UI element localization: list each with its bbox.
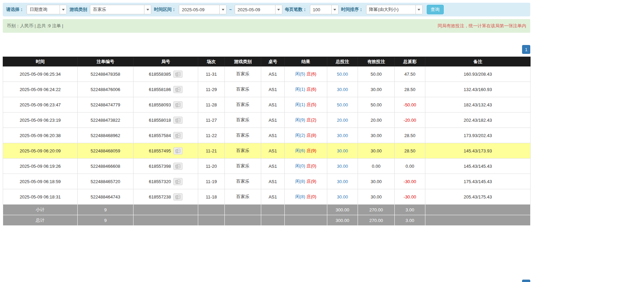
valid-bet-cell: 50.00 bbox=[358, 66, 395, 82]
remark-cell: 160.93/208.43 bbox=[425, 66, 531, 82]
payout-cell: -30.00 bbox=[395, 189, 425, 205]
round-detail-button[interactable] bbox=[173, 71, 183, 78]
remark-cell: 202.43/182.43 bbox=[425, 113, 531, 128]
result-banker: 庄(2) bbox=[307, 117, 316, 122]
game-type-select[interactable]: 百家乐 bbox=[90, 5, 151, 14]
total-bet-link[interactable]: 30.00 bbox=[337, 194, 348, 199]
table-no-cell: AS1 bbox=[261, 82, 285, 97]
total-bet-link[interactable]: 50.00 bbox=[337, 72, 348, 77]
table-no-cell: AS1 bbox=[261, 113, 285, 128]
select-label: 请选择： bbox=[6, 6, 24, 13]
date-from-select[interactable]: 2025-05-09 bbox=[179, 5, 226, 14]
round-cell: 618557238 bbox=[133, 189, 198, 205]
payout-cell: -20.00 bbox=[395, 113, 425, 128]
result-player: 闲(6) bbox=[295, 148, 305, 153]
table-row: 2025-05-09 06:19:26 522488466608 6185573… bbox=[3, 159, 531, 174]
subtotal-empty bbox=[133, 205, 198, 215]
header-remark: 备注 bbox=[425, 57, 531, 66]
table-row: 2025-05-09 06:20:09 522488468059 6185574… bbox=[3, 143, 531, 159]
remark-cell: 175.43/145.43 bbox=[425, 174, 531, 189]
query-button[interactable]: 查询 bbox=[427, 5, 444, 14]
payout-cell: 28.50 bbox=[395, 128, 425, 143]
remark-cell: 145.43/173.93 bbox=[425, 143, 531, 159]
bet-id-cell: 522488476006 bbox=[78, 82, 133, 97]
date-from-value: 2025-05-09 bbox=[179, 5, 219, 14]
round-detail-button[interactable] bbox=[173, 117, 183, 124]
subtotal-row: 小计 9 300.00 270.00 3.00 bbox=[3, 205, 531, 215]
total-empty bbox=[225, 215, 261, 226]
total-bet-link[interactable]: 50.00 bbox=[337, 102, 348, 107]
time-cell: 2025-05-09 06:20:38 bbox=[3, 128, 78, 143]
header-round-id: 局号 bbox=[133, 57, 198, 66]
round-detail-button[interactable] bbox=[173, 86, 183, 93]
table-row: 2025-05-09 06:18:31 522488464743 6185572… bbox=[3, 189, 531, 205]
payout-value: 28.50 bbox=[404, 87, 415, 92]
payout-value: 28.50 bbox=[404, 148, 415, 153]
result-banker: 庄(6) bbox=[307, 87, 316, 92]
cards-icon bbox=[175, 133, 181, 138]
round-cell: 618557584 bbox=[133, 128, 198, 143]
header-game-type: 游戏类别 bbox=[225, 57, 261, 66]
per-page-select[interactable]: 100 bbox=[310, 5, 339, 14]
result-player: 闲(9) bbox=[295, 117, 305, 122]
bet-id-cell: 522488466608 bbox=[78, 159, 133, 174]
date-to-select[interactable]: 2025-05-09 bbox=[235, 5, 282, 14]
table-row: 2025-05-09 06:18:59 522488465720 6185573… bbox=[3, 174, 531, 189]
total-bet-cell: 30.00 bbox=[327, 82, 358, 97]
round-detail-button[interactable] bbox=[173, 178, 183, 185]
session-cell: 11-31 bbox=[198, 66, 225, 82]
valid-bet-cell: 0.00 bbox=[358, 159, 395, 174]
pagination-top: 1 bbox=[3, 45, 530, 54]
round-detail-button[interactable] bbox=[173, 147, 183, 154]
total-bet-link[interactable]: 30.00 bbox=[337, 179, 348, 184]
result-player: 闲(8) bbox=[295, 194, 305, 199]
total-bet-link[interactable]: 30.00 bbox=[337, 148, 348, 153]
round-cell: 618558018 bbox=[133, 113, 198, 128]
total-bet-cell: 50.00 bbox=[327, 66, 358, 82]
total-empty bbox=[425, 215, 531, 226]
chevron-down-icon bbox=[275, 5, 282, 14]
payout-cell: 0.00 bbox=[395, 159, 425, 174]
result-banker: 庄(9) bbox=[307, 179, 316, 184]
page: 请选择： 日期查询 游戏类别 百家乐 时间区间： 2025-05-09 ~ 20… bbox=[3, 3, 530, 282]
total-row: 总计 9 300.00 270.00 3.00 bbox=[3, 215, 531, 226]
table-no-cell: AS1 bbox=[261, 159, 285, 174]
total-bet-link[interactable]: 30.00 bbox=[337, 87, 348, 92]
valid-bet-cell: 30.00 bbox=[358, 143, 395, 159]
session-cell: 11-28 bbox=[198, 97, 225, 113]
round-detail-button[interactable] bbox=[173, 193, 183, 201]
time-cell: 2025-05-09 06:23:47 bbox=[3, 97, 78, 113]
round-id: 618558018 bbox=[149, 118, 171, 123]
sort-select[interactable]: 降冪(由大到小) bbox=[366, 5, 423, 14]
result-player: 闲(5) bbox=[295, 71, 305, 76]
subtotal-payout: 3.00 bbox=[395, 205, 425, 215]
cards-icon bbox=[175, 149, 181, 153]
game-type-cell: 百家乐 bbox=[225, 143, 261, 159]
remark-cell: 182.43/132.43 bbox=[425, 97, 531, 113]
payout-value: -20.00 bbox=[404, 118, 416, 123]
total-bet-link[interactable]: 20.00 bbox=[337, 118, 348, 123]
session-cell: 11-18 bbox=[198, 189, 225, 205]
cards-icon bbox=[175, 179, 181, 184]
result-banker: 庄(5) bbox=[307, 102, 316, 107]
pagination-page-1-bottom[interactable]: 1 bbox=[522, 280, 530, 282]
cards-icon bbox=[175, 87, 181, 92]
cards-icon bbox=[175, 72, 181, 76]
total-total-bet: 300.00 bbox=[327, 215, 358, 226]
game-type-cell: 百家乐 bbox=[225, 159, 261, 174]
result-player: 闲(1) bbox=[295, 102, 305, 107]
remark-cell: 205.43/175.43 bbox=[425, 189, 531, 205]
remark-cell: 132.43/160.93 bbox=[425, 82, 531, 97]
total-bet-link[interactable]: 30.00 bbox=[337, 164, 348, 169]
valid-bet-cell: 20.00 bbox=[358, 113, 395, 128]
round-detail-button[interactable] bbox=[173, 101, 183, 108]
session-cell: 11-20 bbox=[198, 159, 225, 174]
round-detail-button[interactable] bbox=[173, 132, 183, 139]
round-detail-button[interactable] bbox=[173, 163, 183, 170]
time-cell: 2025-05-09 06:23:19 bbox=[3, 113, 78, 128]
valid-bet-cell: 30.00 bbox=[358, 128, 395, 143]
pagination-page-1[interactable]: 1 bbox=[522, 45, 530, 54]
result-cell: 闲(6)庄(9) bbox=[285, 143, 327, 159]
total-bet-link[interactable]: 30.00 bbox=[337, 133, 348, 138]
query-type-select[interactable]: 日期查询 bbox=[27, 5, 67, 14]
